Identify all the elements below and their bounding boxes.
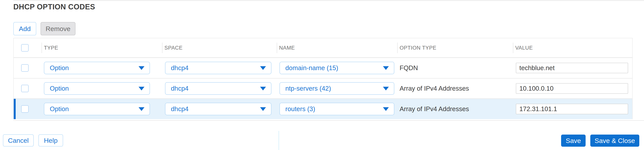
panel-divider: [278, 131, 279, 150]
save-button[interactable]: Save: [561, 135, 586, 147]
caret-down-icon: [138, 66, 144, 70]
caret-down-icon: [383, 87, 389, 90]
caret-down-icon: [383, 66, 389, 70]
name-select[interactable]: domain-name (15): [280, 62, 394, 74]
type-select[interactable]: Option: [44, 103, 150, 115]
value-input[interactable]: [516, 104, 628, 114]
name-select[interactable]: routers (3): [280, 103, 394, 115]
add-button[interactable]: Add: [13, 22, 36, 35]
page-title: DHCP OPTION CODES: [13, 3, 95, 11]
type-select[interactable]: Option: [44, 82, 150, 95]
option-type-text: FQDN: [397, 64, 513, 72]
name-select[interactable]: ntp-servers (42): [280, 82, 394, 95]
save-and-close-button[interactable]: Save & Close: [590, 135, 639, 147]
footer-divider: [13, 120, 644, 121]
space-select[interactable]: dhcp4: [165, 82, 272, 95]
cancel-button[interactable]: Cancel: [3, 134, 34, 147]
caret-down-icon: [138, 107, 144, 111]
dhcp-options-table: TYPE SPACE NAME OPTION TYPE VALUE Option…: [13, 38, 633, 119]
type-select[interactable]: Option: [44, 62, 150, 74]
row-checkbox[interactable]: [21, 85, 28, 92]
caret-down-icon: [260, 107, 266, 111]
row-checkbox[interactable]: [21, 64, 28, 72]
caret-down-icon: [138, 87, 144, 90]
space-select[interactable]: dhcp4: [165, 103, 272, 115]
help-button[interactable]: Help: [38, 134, 63, 147]
column-header-option-type: OPTION TYPE: [397, 38, 513, 57]
space-select[interactable]: dhcp4: [165, 62, 272, 74]
option-type-text: Array of IPv4 Addresses: [397, 105, 513, 113]
caret-down-icon: [383, 107, 389, 111]
table-header: TYPE SPACE NAME OPTION TYPE VALUE: [14, 38, 632, 58]
table-row: Option dhcp4 domain-name (15) FQDN: [14, 58, 632, 78]
table-row: Option dhcp4 ntp-servers (42) Array of I…: [14, 78, 632, 98]
column-header-value: VALUE: [513, 38, 632, 57]
column-header-type: TYPE: [42, 38, 162, 57]
column-header-name: NAME: [277, 38, 397, 57]
caret-down-icon: [260, 87, 266, 90]
table-row-selected: Option dhcp4 routers (3) Array of IPv4 A…: [14, 98, 632, 119]
remove-button[interactable]: Remove: [40, 22, 76, 35]
row-checkbox[interactable]: [21, 105, 28, 113]
select-all-checkbox[interactable]: [21, 44, 28, 52]
header-checkbox-cell: [14, 38, 42, 57]
value-input[interactable]: [516, 63, 628, 73]
option-type-text: Array of IPv4 Addresses: [397, 85, 513, 92]
value-input[interactable]: [516, 83, 628, 94]
top-divider: [13, 0, 644, 1]
column-header-space: SPACE: [162, 38, 277, 57]
caret-down-icon: [260, 66, 266, 70]
